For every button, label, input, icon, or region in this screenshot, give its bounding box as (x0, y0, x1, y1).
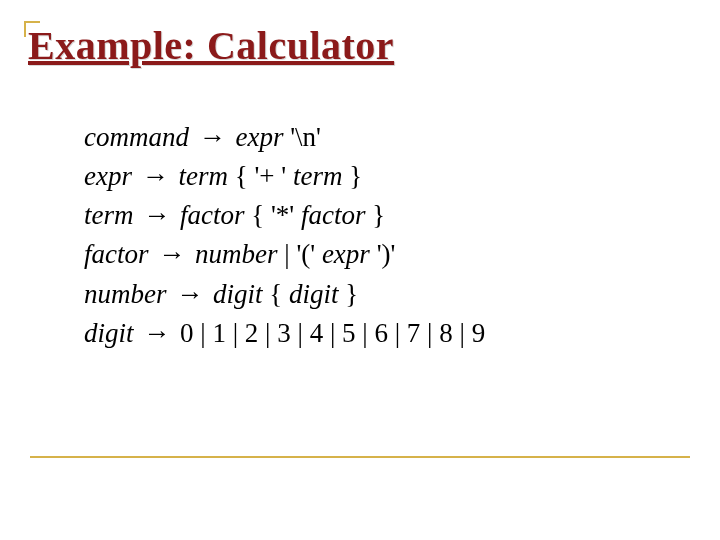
lhs: number (84, 279, 167, 309)
arrow-icon: → (155, 239, 188, 269)
nt: number (195, 239, 278, 269)
arrow-icon: → (196, 122, 229, 152)
arrow-icon: → (140, 200, 173, 230)
nt: term (293, 161, 343, 191)
lit: } (365, 200, 385, 230)
lit: { '*' (245, 200, 301, 230)
arrow-icon: → (173, 279, 206, 309)
lit: } (342, 161, 362, 191)
bottom-divider (30, 456, 690, 458)
nt: factor (180, 200, 245, 230)
rule-term: term → factor { '*' factor } (84, 196, 644, 235)
rule-command: command → expr '\n' (84, 118, 644, 157)
nt: expr (235, 122, 283, 152)
nt: digit (213, 279, 263, 309)
lhs: factor (84, 239, 149, 269)
lhs: expr (84, 161, 132, 191)
rule-number: number → digit { digit } (84, 275, 644, 314)
lit: | '(' (278, 239, 322, 269)
arrow-icon: → (140, 318, 173, 348)
slide: Example: Calculator command → expr '\n' … (0, 0, 720, 540)
arrow-icon: → (139, 161, 172, 191)
lhs: digit (84, 318, 134, 348)
nt: expr (322, 239, 370, 269)
slide-title: Example: Calculator (28, 22, 394, 69)
lit: } (339, 279, 359, 309)
lit: { '+ ' (228, 161, 293, 191)
grammar-body: command → expr '\n' expr → term { '+ ' t… (84, 118, 644, 353)
rule-expr: expr → term { '+ ' term } (84, 157, 644, 196)
lit: 0 | 1 | 2 | 3 | 4 | 5 | 6 | 7 | 8 | 9 (173, 318, 485, 348)
rule-digit: digit → 0 | 1 | 2 | 3 | 4 | 5 | 6 | 7 | … (84, 314, 644, 353)
lhs: term (84, 200, 134, 230)
lit: { (263, 279, 289, 309)
nt: digit (289, 279, 339, 309)
rule-factor: factor → number | '(' expr ')' (84, 235, 644, 274)
title-wrap: Example: Calculator (28, 22, 394, 69)
lit: '\n' (283, 122, 320, 152)
lit: ')' (370, 239, 395, 269)
nt: term (178, 161, 228, 191)
lhs: command (84, 122, 189, 152)
nt: factor (301, 200, 366, 230)
